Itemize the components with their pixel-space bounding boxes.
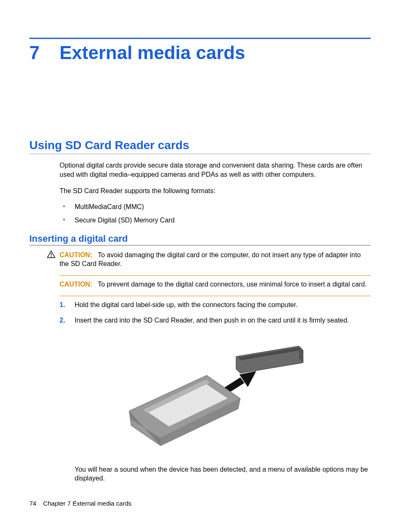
svg-point-2 (51, 256, 52, 257)
supports-paragraph: The SD Card Reader supports the followin… (60, 186, 371, 196)
svg-marker-7 (239, 371, 256, 387)
step-number: 2. (60, 316, 65, 325)
list-item: MultiMediaCard (MMC) (60, 203, 371, 211)
caution-label: CAUTION: (60, 251, 92, 258)
step-text: Insert the card into the SD Card Reader,… (75, 317, 349, 324)
figure-sd-card-insert (60, 338, 371, 448)
formats-list: MultiMediaCard (MMC) Secure Digital (SD)… (60, 203, 371, 224)
caution-icon (47, 251, 55, 260)
caution-block: CAUTION: To avoid damaging the digital c… (60, 251, 371, 483)
note-paragraph: You will hear a sound when the device ha… (75, 465, 371, 483)
step-item: 1. Hold the digital card label-side up, … (60, 300, 371, 310)
step-text: Hold the digital card label-side up, wit… (75, 301, 298, 308)
footer-chapter: Chapter 7 External media cards (43, 500, 132, 507)
chapter-heading: 7 External media cards (29, 42, 371, 63)
caution-1: CAUTION: To avoid damaging the digital c… (60, 251, 371, 269)
section-heading: Using SD Card Reader cards (29, 139, 371, 154)
caution-label: CAUTION: (60, 281, 92, 288)
steps-list: 1. Hold the digital card label-side up, … (60, 300, 371, 325)
step-item: 2. Insert the card into the SD Card Read… (60, 316, 371, 325)
step-number: 1. (60, 300, 65, 310)
caution-divider (60, 275, 371, 276)
caution-text: To prevent damage to the digital card co… (98, 281, 366, 288)
list-item: Secure Digital (SD) Memory Card (60, 217, 371, 224)
subsection-heading: Inserting a digital card (29, 233, 371, 245)
page-footer: 74 Chapter 7 External media cards (29, 500, 132, 507)
document-page: 7 External media cards Using SD Card Rea… (0, 0, 400, 532)
caution-2: CAUTION: To prevent damage to the digita… (60, 280, 371, 289)
section-body: Optional digital cards provide secure da… (60, 161, 371, 224)
caution-text: To avoid damaging the digital card or th… (60, 251, 361, 268)
page-number: 74 (29, 500, 36, 507)
chapter-title: External media cards (60, 42, 245, 63)
chapter-number: 7 (29, 42, 60, 63)
intro-paragraph: Optional digital cards provide secure da… (60, 161, 371, 179)
caution-divider (60, 296, 371, 296)
chapter-rule (29, 38, 371, 39)
